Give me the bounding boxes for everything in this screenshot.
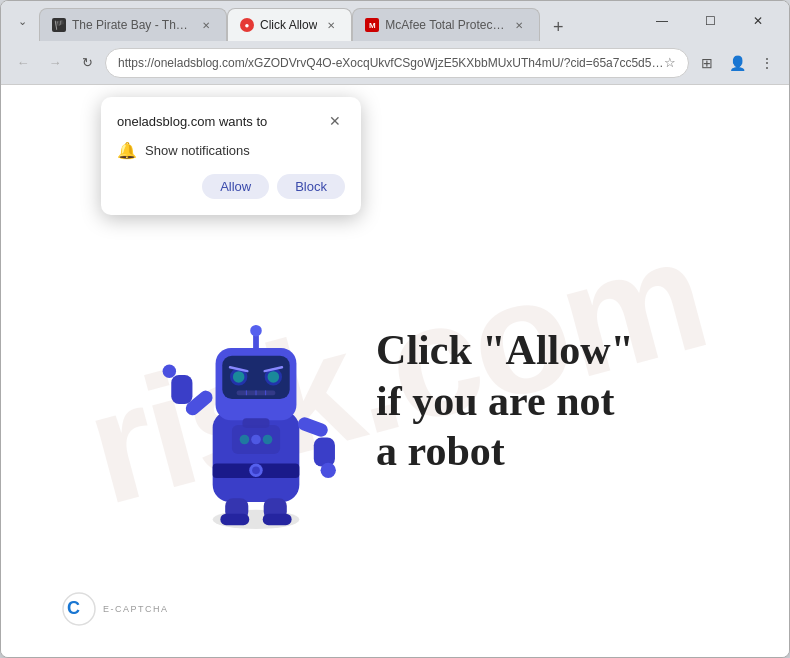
- click-allow-favicon: ●: [240, 18, 254, 32]
- title-bar: ⌄ 🏴 The Pirate Bay - The galaxy's m... ✕…: [1, 1, 789, 41]
- svg-point-31: [240, 435, 250, 445]
- svg-point-32: [251, 435, 261, 445]
- svg-point-25: [321, 463, 336, 478]
- popup-notification-text: Show notifications: [145, 143, 250, 158]
- click-text-line3: a robot: [376, 426, 634, 476]
- address-bar: ← → ↻ https://oneladsblog.com/xGZODVrvQ4…: [1, 41, 789, 85]
- tab-pirate-bay[interactable]: 🏴 The Pirate Bay - The galaxy's m... ✕: [39, 8, 227, 41]
- popup-buttons: Allow Block: [117, 174, 345, 199]
- bookmark-icon[interactable]: ☆: [664, 55, 676, 70]
- svg-rect-24: [314, 438, 335, 467]
- click-text-line1: Click "Allow": [376, 325, 634, 375]
- pirate-favicon: 🏴: [52, 18, 66, 32]
- tabs-bar: 🏴 The Pirate Bay - The galaxy's m... ✕ ●…: [35, 1, 639, 41]
- close-button[interactable]: ✕: [735, 5, 781, 37]
- popup-close-button[interactable]: ✕: [325, 111, 345, 131]
- history-icon: ⌄: [18, 15, 27, 28]
- svg-point-8: [233, 371, 245, 383]
- click-text-line2: if you are not: [376, 376, 634, 426]
- url-text: https://oneladsblog.com/xGZODVrvQ4O-eXoc…: [118, 56, 664, 70]
- svg-point-4: [252, 466, 260, 474]
- svg-point-18: [250, 325, 262, 337]
- svg-text:C: C: [67, 598, 80, 618]
- browser-actions: ⊞ 👤 ⋮: [693, 49, 781, 77]
- window-controls: — ☐ ✕: [639, 5, 781, 37]
- ecaptcha-icon: C: [61, 591, 97, 627]
- popup-notification-row: 🔔 Show notifications: [117, 141, 345, 160]
- tab-pirate-title: The Pirate Bay - The galaxy's m...: [72, 18, 192, 32]
- new-tab-button[interactable]: +: [544, 13, 572, 41]
- url-bar[interactable]: https://oneladsblog.com/xGZODVrvQ4O-eXoc…: [105, 48, 689, 78]
- profile-button[interactable]: 👤: [723, 49, 751, 77]
- robot-section: Click "Allow" if you are not a robot: [156, 271, 634, 531]
- allow-button[interactable]: Allow: [202, 174, 269, 199]
- ecaptcha-logo-area: C E-CAPTCHA: [61, 591, 169, 627]
- url-icons: ☆: [664, 55, 676, 70]
- history-dropdown-btn[interactable]: ⌄: [9, 8, 35, 34]
- browser-window: ⌄ 🏴 The Pirate Bay - The galaxy's m... ✕…: [0, 0, 790, 658]
- extension-button[interactable]: ⊞: [693, 49, 721, 77]
- popup-title: oneladsblog.com wants to: [117, 114, 267, 129]
- svg-point-22: [163, 364, 176, 377]
- svg-rect-29: [263, 514, 292, 526]
- refresh-button[interactable]: ↻: [73, 49, 101, 77]
- block-button[interactable]: Block: [277, 174, 345, 199]
- back-button[interactable]: ←: [9, 49, 37, 77]
- maximize-button[interactable]: ☐: [687, 5, 733, 37]
- tab-mcafee-close[interactable]: ✕: [511, 17, 527, 33]
- minimize-button[interactable]: —: [639, 5, 685, 37]
- menu-button[interactable]: ⋮: [753, 49, 781, 77]
- svg-point-10: [268, 371, 280, 383]
- notification-popup: oneladsblog.com wants to ✕ 🔔 Show notifi…: [101, 97, 361, 215]
- mcafee-favicon: M: [365, 18, 379, 32]
- svg-point-33: [263, 435, 273, 445]
- ecaptcha-text: E-CAPTCHA: [103, 604, 169, 614]
- svg-rect-21: [171, 375, 192, 404]
- tab-mcafee[interactable]: M McAfee Total Protection ✕: [352, 8, 540, 41]
- page-content: risk.com oneladsblog.com wants to ✕ 🔔 Sh…: [1, 85, 789, 657]
- tab-click-allow[interactable]: ● Click Allow ✕: [227, 8, 352, 41]
- tab-mcafee-title: McAfee Total Protection: [385, 18, 505, 32]
- robot-image: [156, 271, 356, 531]
- bell-icon: 🔔: [117, 141, 137, 160]
- popup-header: oneladsblog.com wants to ✕: [117, 111, 345, 131]
- title-bar-left: ⌄: [9, 8, 35, 34]
- tab-pirate-close[interactable]: ✕: [198, 17, 214, 33]
- forward-button[interactable]: →: [41, 49, 69, 77]
- tab-click-allow-title: Click Allow: [260, 18, 317, 32]
- tab-click-allow-close[interactable]: ✕: [323, 17, 339, 33]
- svg-rect-28: [220, 514, 249, 526]
- click-allow-text: Click "Allow" if you are not a robot: [376, 325, 634, 476]
- svg-rect-23: [296, 415, 330, 438]
